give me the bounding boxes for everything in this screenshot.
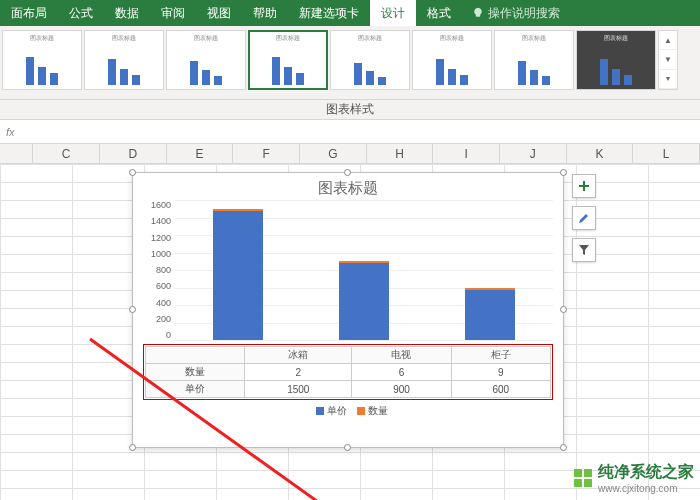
chart-data-table[interactable]: 冰箱 电视 柜子 数量 2 6 9 单价 1500 900 600 — [143, 344, 553, 400]
tab-help[interactable]: 帮助 — [242, 0, 288, 26]
styles-expand-button[interactable]: ▲▼▾ — [658, 30, 678, 90]
style-thumb-2[interactable]: 图表标题 — [84, 30, 164, 90]
cat-1: 冰箱 — [245, 347, 352, 364]
chart-filter-button[interactable] — [572, 238, 596, 262]
col-h-L[interactable]: L — [633, 144, 700, 163]
style-thumb-6[interactable]: 图表标题 — [412, 30, 492, 90]
col-h-C[interactable]: C — [33, 144, 100, 163]
watermark: 纯净系统之家 www.cjxitong.com — [574, 462, 694, 494]
style-thumb-3[interactable]: 图表标题 — [166, 30, 246, 90]
row-h-price: 单价 — [146, 381, 245, 398]
worksheet: C D E F G H I J K L 图表标题 1600 1400 — [0, 144, 700, 500]
col-h-J[interactable]: J — [500, 144, 567, 163]
style-thumb-8[interactable]: 图表标题 — [576, 30, 656, 90]
column-headers: C D E F G H I J K L — [0, 144, 700, 164]
bars — [175, 200, 553, 340]
watermark-logo-icon — [574, 469, 592, 487]
y-axis: 1600 1400 1200 1000 800 600 400 200 0 — [139, 200, 171, 340]
legend-swatch-price — [316, 407, 324, 415]
resize-handle[interactable] — [560, 306, 567, 313]
tab-view[interactable]: 视图 — [196, 0, 242, 26]
resize-handle[interactable] — [129, 169, 136, 176]
style-thumb-7[interactable]: 图表标题 — [494, 30, 574, 90]
tab-format[interactable]: 格式 — [416, 0, 462, 26]
col-h-F[interactable]: F — [233, 144, 300, 163]
resize-handle[interactable] — [560, 169, 567, 176]
formula-bar[interactable]: fx — [0, 120, 700, 144]
col-h-E[interactable]: E — [167, 144, 234, 163]
grid-body[interactable]: 图表标题 1600 1400 1200 1000 800 600 400 200… — [0, 164, 700, 500]
style-thumb-5[interactable]: 图表标题 — [330, 30, 410, 90]
bar-3[interactable] — [465, 288, 515, 341]
ribbon-tabs: 面布局 公式 数据 审阅 视图 帮助 新建选项卡 设计 格式 操作说明搜索 — [0, 0, 700, 26]
resize-handle[interactable] — [560, 444, 567, 451]
chart-object[interactable]: 图表标题 1600 1400 1200 1000 800 600 400 200… — [132, 172, 564, 448]
tell-me-label: 操作说明搜索 — [488, 5, 560, 22]
tab-review[interactable]: 审阅 — [150, 0, 196, 26]
legend-swatch-qty — [357, 407, 365, 415]
row-h-qty: 数量 — [146, 364, 245, 381]
col-h-I[interactable]: I — [433, 144, 500, 163]
tab-design[interactable]: 设计 — [370, 0, 416, 26]
chart-styles-button[interactable] — [572, 206, 596, 230]
plot-area[interactable]: 1600 1400 1200 1000 800 600 400 200 0 — [175, 200, 553, 340]
tab-layout[interactable]: 面布局 — [0, 0, 58, 26]
watermark-url: www.cjxitong.com — [598, 483, 694, 494]
chart-add-element-button[interactable] — [572, 174, 596, 198]
col-h-edge[interactable] — [0, 144, 33, 163]
tab-data[interactable]: 数据 — [104, 0, 150, 26]
chart-side-buttons — [572, 174, 596, 262]
style-thumb-4[interactable]: 图表标题 — [248, 30, 328, 90]
brush-icon — [578, 212, 590, 224]
bar-2[interactable] — [339, 261, 389, 340]
watermark-brand: 纯净系统之家 — [598, 463, 694, 480]
resize-handle[interactable] — [129, 306, 136, 313]
cat-2: 电视 — [352, 347, 451, 364]
fx-label: fx — [6, 126, 15, 138]
bar-1[interactable] — [213, 209, 263, 340]
col-h-D[interactable]: D — [100, 144, 167, 163]
cat-3: 柜子 — [451, 347, 550, 364]
plus-icon — [578, 180, 590, 192]
col-h-G[interactable]: G — [300, 144, 367, 163]
resize-handle[interactable] — [129, 444, 136, 451]
styles-panel-label: 图表样式 — [0, 100, 700, 120]
col-h-K[interactable]: K — [567, 144, 634, 163]
tab-formula[interactable]: 公式 — [58, 0, 104, 26]
resize-handle[interactable] — [344, 169, 351, 176]
resize-handle[interactable] — [344, 444, 351, 451]
chart-styles-gallery: 图表标题 图表标题 图表标题 图表标题 图表标题 图表标题 图表标题 图表标题 … — [0, 26, 700, 100]
funnel-icon — [578, 244, 590, 256]
style-thumb-1[interactable]: 图表标题 — [2, 30, 82, 90]
chart-legend[interactable]: 单价 数量 — [133, 400, 563, 422]
tab-new[interactable]: 新建选项卡 — [288, 0, 370, 26]
lightbulb-icon — [472, 7, 484, 19]
chart-title[interactable]: 图表标题 — [133, 173, 563, 200]
col-h-H[interactable]: H — [367, 144, 434, 163]
tell-me-search[interactable]: 操作说明搜索 — [462, 0, 570, 26]
